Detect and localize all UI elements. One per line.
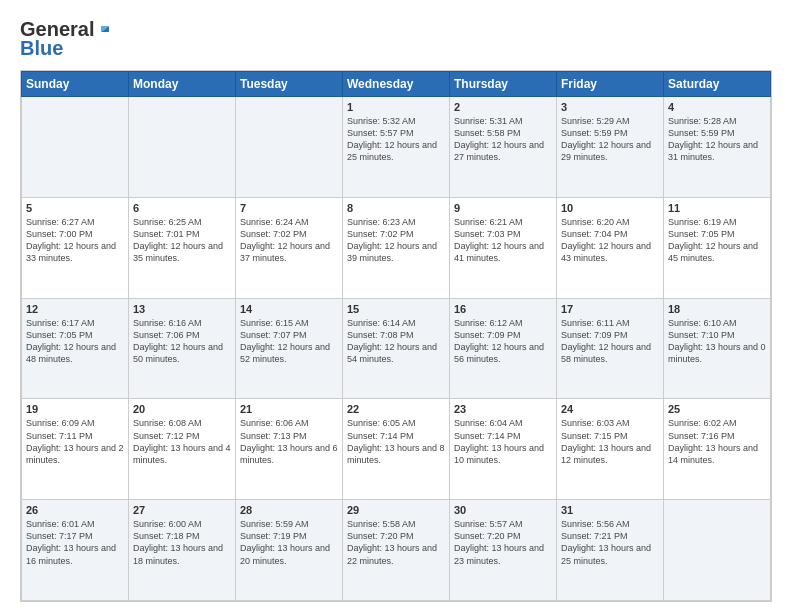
calendar-cell: 6Sunrise: 6:25 AM Sunset: 7:01 PM Daylig… xyxy=(129,197,236,298)
day-info: Sunrise: 5:56 AM Sunset: 7:21 PM Dayligh… xyxy=(561,518,659,567)
day-info: Sunrise: 6:03 AM Sunset: 7:15 PM Dayligh… xyxy=(561,417,659,466)
week-row-3: 12Sunrise: 6:17 AM Sunset: 7:05 PM Dayli… xyxy=(22,298,771,399)
day-number: 28 xyxy=(240,504,338,516)
day-number: 10 xyxy=(561,202,659,214)
week-row-2: 5Sunrise: 6:27 AM Sunset: 7:00 PM Daylig… xyxy=(22,197,771,298)
day-info: Sunrise: 5:57 AM Sunset: 7:20 PM Dayligh… xyxy=(454,518,552,567)
calendar-cell: 20Sunrise: 6:08 AM Sunset: 7:12 PM Dayli… xyxy=(129,399,236,500)
day-info: Sunrise: 6:09 AM Sunset: 7:11 PM Dayligh… xyxy=(26,417,124,466)
day-header-tuesday: Tuesday xyxy=(236,72,343,97)
calendar-body: 1Sunrise: 5:32 AM Sunset: 5:57 PM Daylig… xyxy=(22,97,771,601)
day-info: Sunrise: 6:24 AM Sunset: 7:02 PM Dayligh… xyxy=(240,216,338,265)
calendar-cell: 21Sunrise: 6:06 AM Sunset: 7:13 PM Dayli… xyxy=(236,399,343,500)
day-info: Sunrise: 6:23 AM Sunset: 7:02 PM Dayligh… xyxy=(347,216,445,265)
day-info: Sunrise: 5:59 AM Sunset: 7:19 PM Dayligh… xyxy=(240,518,338,567)
calendar-cell: 24Sunrise: 6:03 AM Sunset: 7:15 PM Dayli… xyxy=(557,399,664,500)
logo: General Blue xyxy=(20,18,113,60)
day-info: Sunrise: 6:02 AM Sunset: 7:16 PM Dayligh… xyxy=(668,417,766,466)
day-info: Sunrise: 6:12 AM Sunset: 7:09 PM Dayligh… xyxy=(454,317,552,366)
day-info: Sunrise: 6:10 AM Sunset: 7:10 PM Dayligh… xyxy=(668,317,766,366)
day-number: 6 xyxy=(133,202,231,214)
day-info: Sunrise: 6:05 AM Sunset: 7:14 PM Dayligh… xyxy=(347,417,445,466)
calendar-cell: 25Sunrise: 6:02 AM Sunset: 7:16 PM Dayli… xyxy=(664,399,771,500)
calendar-cell xyxy=(129,97,236,198)
day-header-monday: Monday xyxy=(129,72,236,97)
day-info: Sunrise: 6:16 AM Sunset: 7:06 PM Dayligh… xyxy=(133,317,231,366)
day-number: 1 xyxy=(347,101,445,113)
calendar-cell: 11Sunrise: 6:19 AM Sunset: 7:05 PM Dayli… xyxy=(664,197,771,298)
calendar-cell xyxy=(236,97,343,198)
page: General Blue SundayMondayTuesdayWednesda… xyxy=(0,0,792,612)
calendar-header: SundayMondayTuesdayWednesdayThursdayFrid… xyxy=(22,72,771,97)
calendar-cell: 7Sunrise: 6:24 AM Sunset: 7:02 PM Daylig… xyxy=(236,197,343,298)
day-number: 20 xyxy=(133,403,231,415)
day-number: 8 xyxy=(347,202,445,214)
calendar-cell: 23Sunrise: 6:04 AM Sunset: 7:14 PM Dayli… xyxy=(450,399,557,500)
day-number: 22 xyxy=(347,403,445,415)
day-number: 3 xyxy=(561,101,659,113)
day-number: 12 xyxy=(26,303,124,315)
calendar-cell: 2Sunrise: 5:31 AM Sunset: 5:58 PM Daylig… xyxy=(450,97,557,198)
calendar-cell: 31Sunrise: 5:56 AM Sunset: 7:21 PM Dayli… xyxy=(557,500,664,601)
day-info: Sunrise: 6:15 AM Sunset: 7:07 PM Dayligh… xyxy=(240,317,338,366)
day-info: Sunrise: 6:08 AM Sunset: 7:12 PM Dayligh… xyxy=(133,417,231,466)
calendar-cell xyxy=(22,97,129,198)
day-number: 25 xyxy=(668,403,766,415)
day-number: 26 xyxy=(26,504,124,516)
week-row-1: 1Sunrise: 5:32 AM Sunset: 5:57 PM Daylig… xyxy=(22,97,771,198)
day-number: 2 xyxy=(454,101,552,113)
day-info: Sunrise: 6:11 AM Sunset: 7:09 PM Dayligh… xyxy=(561,317,659,366)
calendar-table: SundayMondayTuesdayWednesdayThursdayFrid… xyxy=(21,71,771,601)
day-number: 16 xyxy=(454,303,552,315)
calendar-cell xyxy=(664,500,771,601)
day-info: Sunrise: 6:06 AM Sunset: 7:13 PM Dayligh… xyxy=(240,417,338,466)
days-of-week-row: SundayMondayTuesdayWednesdayThursdayFrid… xyxy=(22,72,771,97)
day-number: 17 xyxy=(561,303,659,315)
header: General Blue xyxy=(20,18,772,60)
calendar-cell: 13Sunrise: 6:16 AM Sunset: 7:06 PM Dayli… xyxy=(129,298,236,399)
calendar-cell: 15Sunrise: 6:14 AM Sunset: 7:08 PM Dayli… xyxy=(343,298,450,399)
calendar-cell: 4Sunrise: 5:28 AM Sunset: 5:59 PM Daylig… xyxy=(664,97,771,198)
day-info: Sunrise: 6:25 AM Sunset: 7:01 PM Dayligh… xyxy=(133,216,231,265)
day-number: 29 xyxy=(347,504,445,516)
calendar-cell: 17Sunrise: 6:11 AM Sunset: 7:09 PM Dayli… xyxy=(557,298,664,399)
calendar-cell: 18Sunrise: 6:10 AM Sunset: 7:10 PM Dayli… xyxy=(664,298,771,399)
calendar-cell: 5Sunrise: 6:27 AM Sunset: 7:00 PM Daylig… xyxy=(22,197,129,298)
day-number: 19 xyxy=(26,403,124,415)
day-number: 23 xyxy=(454,403,552,415)
logo-icon xyxy=(95,18,113,36)
day-info: Sunrise: 6:01 AM Sunset: 7:17 PM Dayligh… xyxy=(26,518,124,567)
day-header-wednesday: Wednesday xyxy=(343,72,450,97)
calendar-cell: 26Sunrise: 6:01 AM Sunset: 7:17 PM Dayli… xyxy=(22,500,129,601)
calendar-cell: 19Sunrise: 6:09 AM Sunset: 7:11 PM Dayli… xyxy=(22,399,129,500)
calendar: SundayMondayTuesdayWednesdayThursdayFrid… xyxy=(20,70,772,602)
day-info: Sunrise: 5:29 AM Sunset: 5:59 PM Dayligh… xyxy=(561,115,659,164)
day-number: 24 xyxy=(561,403,659,415)
calendar-cell: 9Sunrise: 6:21 AM Sunset: 7:03 PM Daylig… xyxy=(450,197,557,298)
day-info: Sunrise: 6:00 AM Sunset: 7:18 PM Dayligh… xyxy=(133,518,231,567)
day-number: 13 xyxy=(133,303,231,315)
calendar-cell: 27Sunrise: 6:00 AM Sunset: 7:18 PM Dayli… xyxy=(129,500,236,601)
day-number: 31 xyxy=(561,504,659,516)
day-info: Sunrise: 6:04 AM Sunset: 7:14 PM Dayligh… xyxy=(454,417,552,466)
day-info: Sunrise: 6:17 AM Sunset: 7:05 PM Dayligh… xyxy=(26,317,124,366)
day-number: 9 xyxy=(454,202,552,214)
day-number: 30 xyxy=(454,504,552,516)
day-info: Sunrise: 6:19 AM Sunset: 7:05 PM Dayligh… xyxy=(668,216,766,265)
day-info: Sunrise: 5:28 AM Sunset: 5:59 PM Dayligh… xyxy=(668,115,766,164)
day-number: 7 xyxy=(240,202,338,214)
calendar-cell: 10Sunrise: 6:20 AM Sunset: 7:04 PM Dayli… xyxy=(557,197,664,298)
day-number: 15 xyxy=(347,303,445,315)
day-header-saturday: Saturday xyxy=(664,72,771,97)
calendar-cell: 22Sunrise: 6:05 AM Sunset: 7:14 PM Dayli… xyxy=(343,399,450,500)
calendar-cell: 16Sunrise: 6:12 AM Sunset: 7:09 PM Dayli… xyxy=(450,298,557,399)
day-info: Sunrise: 5:58 AM Sunset: 7:20 PM Dayligh… xyxy=(347,518,445,567)
day-info: Sunrise: 5:32 AM Sunset: 5:57 PM Dayligh… xyxy=(347,115,445,164)
day-number: 14 xyxy=(240,303,338,315)
calendar-cell: 1Sunrise: 5:32 AM Sunset: 5:57 PM Daylig… xyxy=(343,97,450,198)
logo-blue: Blue xyxy=(20,37,63,60)
calendar-cell: 12Sunrise: 6:17 AM Sunset: 7:05 PM Dayli… xyxy=(22,298,129,399)
calendar-cell: 30Sunrise: 5:57 AM Sunset: 7:20 PM Dayli… xyxy=(450,500,557,601)
day-number: 18 xyxy=(668,303,766,315)
week-row-4: 19Sunrise: 6:09 AM Sunset: 7:11 PM Dayli… xyxy=(22,399,771,500)
